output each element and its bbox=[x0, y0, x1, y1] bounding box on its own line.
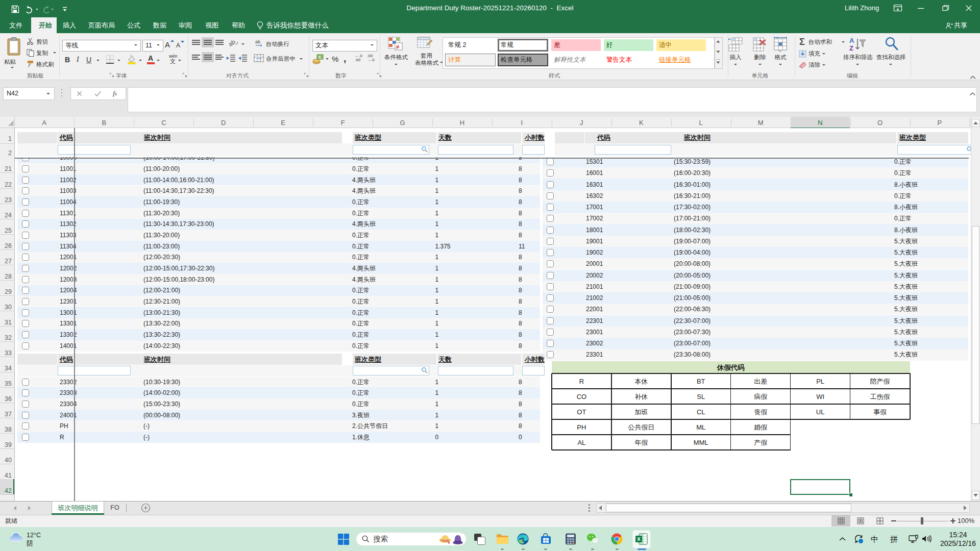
svg-text:≠: ≠ bbox=[396, 43, 400, 51]
svg-text:$: $ bbox=[318, 55, 321, 60]
svg-text:ab: ab bbox=[255, 39, 260, 44]
svg-text:ab: ab bbox=[229, 38, 237, 47]
svg-text:A: A bbox=[849, 37, 854, 44]
svg-text:Z: Z bbox=[849, 44, 853, 52]
